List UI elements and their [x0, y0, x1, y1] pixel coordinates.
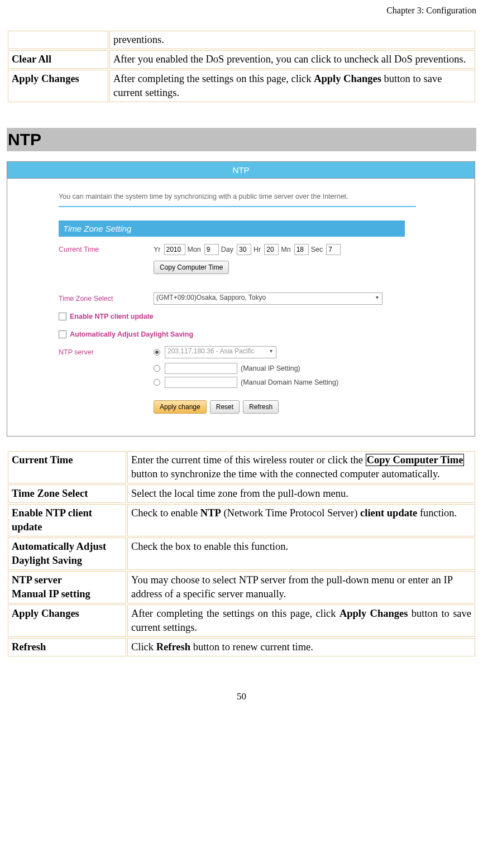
cell-desc: preventions.: [109, 31, 475, 49]
manual-domain-label: (Manual Domain Name Setting): [241, 378, 338, 386]
table-row: Apply Changes After completing the setti…: [8, 605, 475, 637]
tz-select-row: Time Zone Select (GMT+09:00)Osaka, Sappo…: [59, 291, 423, 306]
cell-desc: After completing the settings on this pa…: [127, 605, 475, 637]
cell-desc: You may choose to select NTP server from…: [127, 571, 475, 603]
year-input[interactable]: [164, 244, 185, 255]
current-time-row: Current Time Yr Mon Day Hr Mn Sec: [59, 242, 423, 257]
table-row: Enable NTP client update Check to enable…: [8, 504, 475, 536]
text: Click: [131, 641, 156, 653]
copy-time-row: Copy Computer Time: [59, 260, 423, 275]
cell-key: NTP server Manual IP setting: [8, 571, 126, 603]
text: button to synchronize the time with the …: [131, 468, 440, 479]
text: button to renew current time.: [190, 641, 313, 653]
copy-computer-time-button[interactable]: Copy Computer Time: [154, 261, 229, 274]
dos-description-table: preventions. Clear All After you enabled…: [7, 30, 476, 103]
table-row: Current Time Enter the current time of t…: [8, 451, 475, 483]
text: Manual IP setting: [12, 588, 90, 600]
refresh-button[interactable]: Refresh: [243, 400, 279, 414]
boxed-text: Copy Computer Time: [366, 454, 465, 466]
text-bold: client update: [360, 507, 417, 519]
cell-key: Current Time: [8, 451, 126, 483]
cell-desc: Check to enable NTP (Network Time Protoc…: [127, 504, 475, 536]
month-input[interactable]: [204, 244, 219, 255]
cell-desc: After completing the settings on this pa…: [109, 70, 475, 102]
day-label: Day: [221, 246, 233, 253]
manual-ip-row: (Manual IP Setting): [154, 363, 423, 374]
auto-dst-label: Automatically Adjust Daylight Saving: [70, 330, 193, 338]
cell-desc: Select the local time zone from the pull…: [127, 485, 475, 503]
table-row: Clear All After you enabled the DoS prev…: [8, 50, 475, 69]
cell-desc: Check the box to enable this function.: [127, 538, 475, 570]
cell-key: Automatically Adjust Daylight Saving: [8, 538, 126, 570]
manual-domain-input[interactable]: [165, 377, 237, 388]
text: Enter the current time of this wireless …: [131, 454, 366, 466]
day-input[interactable]: [237, 244, 251, 255]
cell-key: Apply Changes: [8, 70, 108, 102]
table-row: preventions.: [8, 31, 475, 49]
cell-desc: Enter the current time of this wireless …: [127, 451, 475, 483]
cell-key: Time Zone Select: [8, 485, 126, 503]
mn-label: Mn: [281, 246, 290, 253]
yr-label: Yr: [154, 246, 161, 253]
manual-ip-input[interactable]: [165, 363, 237, 374]
mon-label: Mon: [188, 246, 201, 253]
text: Check to enable: [131, 507, 200, 519]
ntp-server-label: NTP server: [59, 348, 154, 356]
text: After completing the settings on this pa…: [113, 73, 314, 84]
ntp-server-radio-manual-ip[interactable]: [154, 365, 160, 372]
page-number: 50: [7, 691, 476, 702]
enable-ntp-checkbox[interactable]: [59, 313, 66, 320]
hour-input[interactable]: [264, 244, 279, 255]
manual-domain-row: (Manual Domain Name Setting): [154, 377, 423, 388]
sec-label: Sec: [311, 246, 323, 253]
cell-key: Enable NTP client update: [8, 504, 126, 536]
ntp-server-radio-preset[interactable]: [154, 349, 160, 356]
hr-label: Hr: [254, 246, 261, 253]
timezone-setting-header: Time Zone Setting: [59, 220, 405, 237]
current-time-label: Current Time: [59, 246, 154, 253]
text: After completing the settings on this pa…: [131, 608, 339, 619]
ntp-server-dropdown[interactable]: 203.117.180.36 - Asia Pacific: [165, 346, 276, 358]
cell-key: Apply Changes: [8, 605, 126, 637]
text-bold: Apply Changes: [339, 608, 408, 619]
ntp-config-panel: NTP You can maintain the system time by …: [7, 161, 475, 437]
auto-dst-checkbox[interactable]: [59, 330, 66, 338]
table-row: Refresh Click Refresh button to renew cu…: [8, 638, 475, 656]
button-row: Apply change Reset Refresh: [154, 400, 423, 414]
cell-desc: After you enabled the DoS prevention, yo…: [109, 50, 475, 69]
text: NTP server: [12, 574, 62, 586]
tz-select-dropdown[interactable]: (GMT+09:00)Osaka, Sapporo, Tokyo: [154, 292, 382, 305]
manual-ip-label: (Manual IP Setting): [241, 365, 300, 372]
table-row: NTP server Manual IP setting You may cho…: [8, 571, 475, 603]
enable-ntp-label: Enable NTP client update: [70, 313, 154, 320]
cell-key: [8, 31, 108, 49]
apply-change-button[interactable]: Apply change: [154, 400, 207, 414]
panel-intro-text: You can maintain the system time by sync…: [59, 192, 416, 208]
section-heading-ntp: NTP: [7, 128, 476, 151]
minute-input[interactable]: [294, 244, 309, 255]
second-input[interactable]: [326, 244, 341, 255]
auto-dst-row: Automatically Adjust Daylight Saving: [59, 327, 423, 342]
enable-ntp-row: Enable NTP client update: [59, 309, 423, 324]
cell-key: Clear All: [8, 50, 108, 69]
reset-button[interactable]: Reset: [210, 400, 240, 414]
text: (Network Time Protocol Server): [221, 507, 360, 519]
text-bold: Apply Changes: [314, 73, 381, 84]
panel-body: You can maintain the system time by sync…: [7, 179, 475, 437]
panel-title: NTP: [7, 162, 475, 179]
chapter-header: Chapter 3: Configuration: [7, 6, 476, 16]
text-bold: Refresh: [156, 641, 190, 653]
table-row: Time Zone Select Select the local time z…: [8, 485, 475, 503]
ntp-server-row: NTP server 203.117.180.36 - Asia Pacific: [59, 345, 423, 359]
text-bold: NTP: [200, 507, 221, 519]
ntp-server-radio-manual-domain[interactable]: [154, 379, 160, 386]
cell-key: Refresh: [8, 638, 126, 656]
ntp-description-table: Current Time Enter the current time of t…: [7, 450, 476, 658]
tz-select-label: Time Zone Select: [59, 295, 154, 303]
text: function.: [417, 507, 457, 519]
table-row: Apply Changes After completing the setti…: [8, 70, 475, 102]
table-row: Automatically Adjust Daylight Saving Che…: [8, 538, 475, 570]
cell-desc: Click Refresh button to renew current ti…: [127, 638, 475, 656]
